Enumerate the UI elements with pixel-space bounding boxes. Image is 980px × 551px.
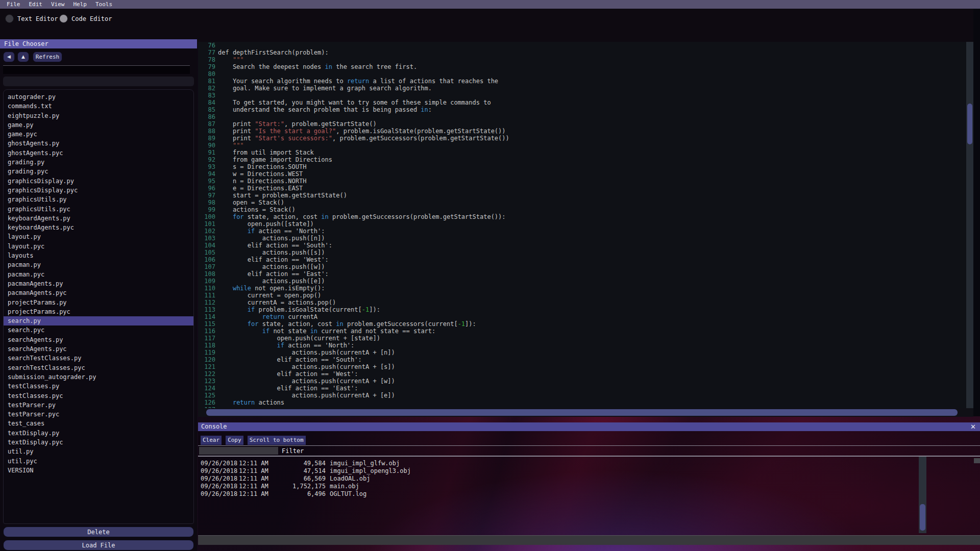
- code-line: 101 open.push([state]): [198, 220, 973, 228]
- file-row[interactable]: keyboardAgents.pyc: [4, 223, 193, 232]
- file-row[interactable]: keyboardAgents.py: [4, 214, 193, 223]
- code-line: 81 Your search algorithm needs to return…: [198, 78, 973, 85]
- code-line: 114 return currentA: [198, 313, 973, 320]
- file-row[interactable]: game.py: [4, 120, 193, 130]
- file-row[interactable]: layout.py: [4, 232, 193, 241]
- file-row[interactable]: projectParams.pyc: [4, 307, 193, 316]
- file-row[interactable]: util.py: [4, 447, 193, 456]
- file-row[interactable]: pacmanAgents.pyc: [4, 288, 193, 297]
- editor-horizontal-scrollbar-thumb[interactable]: [206, 409, 958, 416]
- path-input[interactable]: [3, 77, 194, 86]
- line-number: 87: [198, 120, 218, 128]
- code-line: 119 actions.push(currentA + [n]): [198, 349, 973, 356]
- filter-input[interactable]: [199, 447, 278, 455]
- editor-vertical-scrollbar-thumb[interactable]: [967, 104, 972, 144]
- file-row[interactable]: graphicsUtils.py: [4, 195, 193, 204]
- console-titlebar[interactable]: Console ✕: [198, 422, 980, 431]
- file-row[interactable]: ghostAgents.py: [4, 139, 193, 148]
- file-row[interactable]: testParser.py: [4, 400, 193, 410]
- line-number: 83: [198, 92, 218, 99]
- file-row[interactable]: textDisplay.py: [4, 429, 193, 438]
- clear-button[interactable]: Clear: [201, 436, 222, 445]
- editor-vertical-scrollbar[interactable]: [966, 42, 973, 408]
- file-row[interactable]: VERSION: [4, 466, 193, 475]
- console-vertical-scrollbar[interactable]: [919, 457, 926, 533]
- file-row[interactable]: eightpuzzle.py: [4, 111, 193, 120]
- code-text: elif action == 'South':: [218, 356, 362, 363]
- file-row[interactable]: util.pyc: [4, 457, 193, 466]
- file-row[interactable]: layouts: [4, 251, 193, 260]
- file-row[interactable]: testParser.pyc: [4, 410, 193, 419]
- code-text: """: [218, 56, 244, 63]
- code-text: actions.push(currentA + [n]): [218, 349, 395, 356]
- file-row[interactable]: submission_autograder.py: [4, 372, 193, 382]
- file-row[interactable]: layout.pyc: [4, 242, 193, 251]
- log-date: 09/26/2018: [201, 475, 238, 483]
- file-row[interactable]: searchTestClasses.py: [4, 354, 193, 363]
- code-line: 97 start = problem.getStartState(): [198, 192, 973, 199]
- up-button[interactable]: ▲: [17, 52, 29, 62]
- file-row[interactable]: commands.txt: [4, 102, 193, 111]
- code-line: 113 if problem.isGoalState(current[-1]):: [198, 306, 973, 313]
- file-row[interactable]: ghostAgents.pyc: [4, 148, 193, 158]
- file-row[interactable]: textDisplay.pyc: [4, 438, 193, 447]
- radio-code-editor[interactable]: Code Editor: [59, 14, 112, 23]
- file-row[interactable]: searchAgents.pyc: [4, 344, 193, 354]
- file-row[interactable]: projectParams.py: [4, 298, 193, 307]
- radio-circle-icon: [59, 14, 68, 23]
- console-vertical-scrollbar-thumb[interactable]: [920, 504, 925, 531]
- close-icon[interactable]: ✕: [970, 422, 976, 431]
- editor-horizontal-scrollbar[interactable]: [198, 408, 973, 417]
- copy-button[interactable]: Copy: [226, 436, 243, 445]
- menu-item-view[interactable]: View: [51, 1, 65, 8]
- back-button[interactable]: ◀: [3, 52, 15, 62]
- code-line: 104 elif action == 'South':: [198, 242, 973, 249]
- radio-text-editor[interactable]: Text Editor: [5, 14, 58, 23]
- menu-item-file[interactable]: File: [7, 1, 20, 8]
- file-row[interactable]: test_cases: [4, 419, 193, 428]
- file-row[interactable]: pacman.py: [4, 260, 193, 269]
- file-chooser-titlebar[interactable]: File Chooser: [0, 39, 197, 48]
- code-line: 105 actions.push([s]): [198, 249, 973, 256]
- code-line: 85 understand the search problem that is…: [198, 106, 973, 113]
- file-row[interactable]: graphicsUtils.pyc: [4, 205, 193, 214]
- code-text: print "Start:", problem.getStartState(): [218, 120, 377, 128]
- refresh-button[interactable]: Refresh: [33, 52, 62, 62]
- code-text: if not state in current and not state ==…: [218, 328, 435, 335]
- log-filename: OGLTUT.log: [330, 490, 366, 498]
- file-row[interactable]: graphicsDisplay.py: [4, 177, 193, 186]
- code-line: 90 """: [198, 142, 973, 149]
- file-row[interactable]: graphicsDisplay.pyc: [4, 186, 193, 195]
- file-row[interactable]: searchTestClasses.pyc: [4, 363, 193, 372]
- code-line: 78 """: [198, 56, 973, 63]
- code-line: 98 open = Stack(): [198, 199, 973, 206]
- log-filename: imgui_impl_opengl3.obj: [330, 467, 411, 475]
- menu-item-tools[interactable]: Tools: [95, 1, 112, 8]
- file-row[interactable]: grading.pyc: [4, 167, 193, 176]
- code-line: 122 elif action == 'West':: [198, 370, 973, 378]
- file-row[interactable]: testClasses.pyc: [4, 391, 193, 400]
- code-editor[interactable]: 7677def depthFirstSearch(problem):78 """…: [198, 42, 973, 408]
- code-line: 99 actions = Stack(): [198, 206, 973, 213]
- file-row[interactable]: searchAgents.py: [4, 335, 193, 344]
- code-text: actions.push(currentA + [s]): [218, 363, 395, 370]
- code-text: print "Is the start a goal?", problem.is…: [218, 128, 506, 135]
- menu-item-edit[interactable]: Edit: [29, 1, 43, 8]
- file-row[interactable]: testClasses.py: [4, 382, 193, 391]
- menu-item-help[interactable]: Help: [74, 1, 87, 8]
- line-number: 85: [198, 106, 218, 113]
- file-row[interactable]: search.py: [4, 316, 193, 325]
- file-row[interactable]: pacman.pyc: [4, 270, 193, 279]
- file-row[interactable]: grading.py: [4, 158, 193, 167]
- back-icon: ◀: [7, 55, 11, 59]
- file-row[interactable]: autograder.py: [4, 92, 193, 102]
- log-date: 09/26/2018: [201, 467, 238, 475]
- load-file-button[interactable]: Load File: [3, 540, 194, 550]
- line-number: 77: [198, 49, 218, 56]
- file-row[interactable]: game.pyc: [4, 130, 193, 139]
- delete-button[interactable]: Delete: [3, 527, 194, 537]
- console-horizontal-scrollbar[interactable]: [198, 535, 980, 545]
- file-row[interactable]: pacmanAgents.py: [4, 279, 193, 288]
- scroll-to-bottom-button[interactable]: Scroll to bottom: [248, 436, 306, 445]
- file-row[interactable]: search.pyc: [4, 325, 193, 335]
